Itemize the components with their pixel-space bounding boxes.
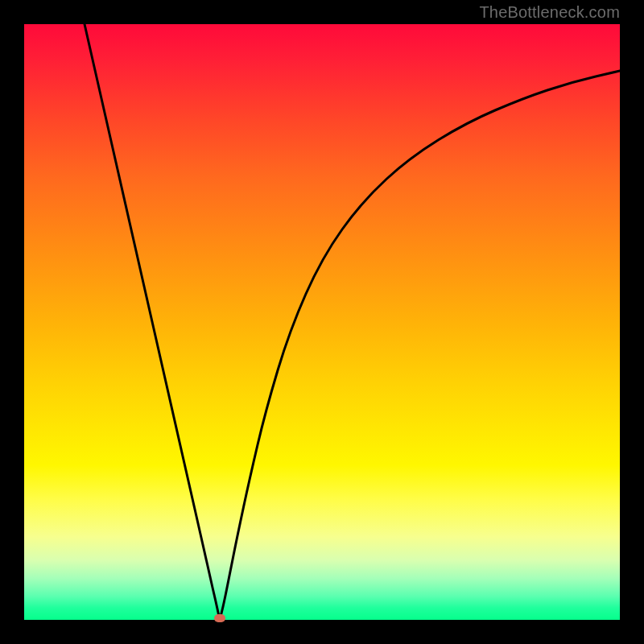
curve-right-branch bbox=[220, 71, 620, 620]
chart-frame: TheBottleneck.com bbox=[0, 0, 644, 644]
minimum-marker bbox=[214, 614, 225, 622]
watermark-text: TheBottleneck.com bbox=[479, 3, 620, 22]
bottleneck-curve bbox=[24, 24, 620, 620]
curve-left-branch bbox=[85, 24, 220, 620]
